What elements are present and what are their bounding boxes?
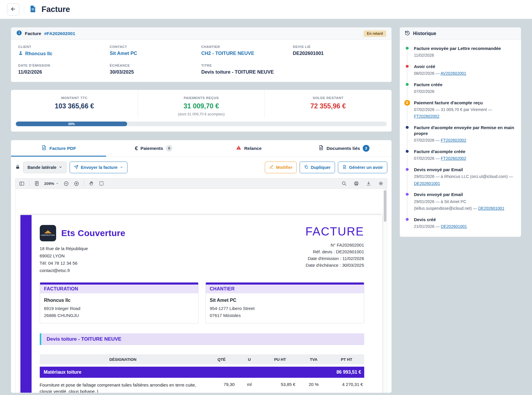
history-link[interactable]: DE202601001: [441, 224, 467, 229]
invoice-label: Facture: [25, 31, 41, 36]
history-title: Historique: [413, 31, 436, 36]
paiements-note: (dont 31 009,70 € acomptes): [138, 112, 265, 116]
table-group-row: Matériaux toiture 86 993,51 €: [40, 367, 364, 378]
amounts-row: MONTANT TTC 103 365,66 € PAIEMENTS REÇUS…: [11, 90, 391, 118]
history-header: Historique: [400, 27, 521, 40]
history-item-title: Paiement facture d'acompte reçu: [414, 100, 515, 106]
history-link[interactable]: DE202601001: [478, 206, 505, 211]
progress-fill: 30%: [16, 122, 127, 126]
button-label: Modifier: [276, 165, 292, 170]
send-invoice-button[interactable]: Envoyer la facture: [70, 162, 127, 173]
history-dot: [406, 83, 409, 86]
pdf-toolbar: 209%: [15, 178, 387, 189]
company-logo: CONSTRUCTION: [40, 225, 56, 241]
toolbar-separator: [29, 181, 30, 186]
side-column: Historique Facture envoyée par Lettre re…: [400, 27, 521, 237]
tab-label: Documents liés: [327, 146, 360, 151]
history-link[interactable]: FT202602002: [414, 114, 439, 119]
field-label: TITRE: [201, 64, 293, 67]
history-item: Facture créée 07/02/2026: [406, 82, 515, 95]
search-icon[interactable]: [341, 181, 347, 186]
arrow-left-icon: [10, 6, 16, 13]
pdf-toolbar-right: [341, 181, 384, 186]
field-devis-lie: DEVIS LIÉ DE202601001: [293, 45, 384, 57]
progress-track: 30%: [16, 122, 387, 126]
status-badge: En retard: [364, 30, 386, 37]
field-contact: CONTACT Sit Amet PC: [110, 45, 201, 57]
field-echeance: ÉCHÉANCE 30/03/2025: [110, 64, 201, 75]
copy-icon: [304, 165, 308, 170]
montant-label: MONTANT TTC: [11, 96, 138, 100]
history-dot: [406, 126, 409, 129]
company-address: 18 Rue de la République 69002 LYON Tél: …: [40, 245, 125, 274]
hand-tool-icon[interactable]: [89, 181, 94, 186]
page-view-icon[interactable]: [34, 181, 39, 186]
history-item: Facture envoyée par Lettre recommandée 1…: [406, 46, 515, 58]
tabbar: Facture PDF € Paiements 0 Relance: [11, 140, 391, 157]
dropdown-label: Bande latérale: [27, 165, 56, 170]
amounts-card: MONTANT TTC 103 365,66 € PAIEMENTS REÇUS…: [11, 90, 392, 132]
table-row: Fourniture et pose de faîtage comprenant…: [40, 378, 364, 393]
tab-relance[interactable]: Relance: [201, 140, 296, 156]
modify-button[interactable]: Modifier: [265, 162, 297, 173]
devis-lie-value: DE202601001: [293, 51, 384, 56]
history-link[interactable]: FT202602002: [441, 138, 466, 143]
zoom-in-icon[interactable]: [74, 181, 79, 186]
client-name: Rhoncus llc: [25, 51, 53, 56]
history-dot: [406, 150, 409, 153]
company-block: CONSTRUCTION Ets Couverture 18 Rue de la…: [40, 225, 125, 274]
caret-down-icon: [120, 165, 123, 170]
tab-documents-lies[interactable]: Documents liés 3: [296, 140, 391, 156]
history-link[interactable]: FT202602002: [441, 156, 466, 161]
documents-count-badge: 3: [363, 145, 369, 152]
tab-paiements[interactable]: € Paiements 0: [106, 140, 201, 156]
generate-credit-note-button[interactable]: Générer un avoir: [338, 162, 387, 173]
tab-facture-pdf[interactable]: Facture PDF: [11, 140, 106, 156]
history-dot: [406, 168, 409, 171]
zoom-out-icon[interactable]: [63, 181, 69, 186]
montant-ttc: MONTANT TTC 103 365,66 €: [11, 90, 138, 118]
client-link[interactable]: Rhoncus llc: [18, 51, 110, 57]
history-dot: [406, 65, 409, 68]
contact-link[interactable]: Sit Amet PC: [110, 51, 201, 56]
paiements-label: PAIEMENTS REÇUS: [138, 96, 265, 100]
history-item-title: Facture d'acompte créée: [414, 149, 515, 155]
history-item-title: Devis envoyé par Email: [414, 167, 515, 173]
history-item: Devis envoyé par Email 29/01/2026 — à Si…: [406, 192, 515, 211]
page-accent-stripe: [20, 215, 32, 393]
montant-value: 103 365,66 €: [11, 102, 138, 110]
history-dot: [406, 218, 409, 221]
history-item: Facture d'acompte créée 07/02/2026 — FT2…: [406, 149, 515, 162]
chantier-link[interactable]: CH2 - TOITURE NEUVE: [201, 51, 293, 56]
bande-laterale-dropdown[interactable]: Bande latérale: [23, 162, 67, 173]
person-icon: [18, 51, 23, 57]
print-icon[interactable]: [354, 181, 359, 186]
toolbar-separator: [84, 181, 84, 186]
scrollbar-thumb[interactable]: [384, 190, 386, 222]
duplicate-button[interactable]: Dupliquer: [300, 162, 335, 173]
history-item: Paiement facture d'acompte reçu 07/02/20…: [406, 100, 515, 119]
paiements-count-badge: 0: [166, 145, 172, 152]
settings-gear-icon[interactable]: [378, 181, 384, 186]
zoom-level: 209%: [44, 181, 54, 186]
marquee-zoom-icon[interactable]: [99, 181, 104, 186]
toggle-sidebar-icon[interactable]: [19, 181, 25, 186]
progress-percent: 30%: [68, 122, 75, 126]
field-chantier: CHANTIER CH2 - TOITURE NEUVE: [201, 45, 293, 57]
history-list: Facture envoyée par Lettre recommandée 1…: [400, 40, 521, 237]
tab-label: Facture PDF: [49, 146, 76, 151]
pencil-icon: [269, 165, 274, 170]
button-label: Générer un avoir: [349, 165, 383, 170]
download-icon[interactable]: [366, 181, 371, 186]
history-link[interactable]: DE202601001: [414, 181, 440, 186]
history-item-title: Facture envoyée par Lettre recommandée: [414, 46, 515, 51]
zoom-select[interactable]: 209%: [44, 181, 59, 186]
history-item-title: Devis envoyé par Email: [414, 192, 515, 198]
solde-label: SOLDE RESTANT: [265, 96, 391, 100]
history-dot: [406, 193, 409, 196]
actionbar: Bande latérale Envoyer la facture: [11, 157, 391, 178]
history-item-title: Facture d'acompte envoyée par Remise en …: [414, 125, 515, 137]
back-button[interactable]: [7, 3, 19, 15]
history-link[interactable]: AV202602001: [441, 71, 466, 76]
pdf-scrollbar[interactable]: [383, 189, 387, 393]
